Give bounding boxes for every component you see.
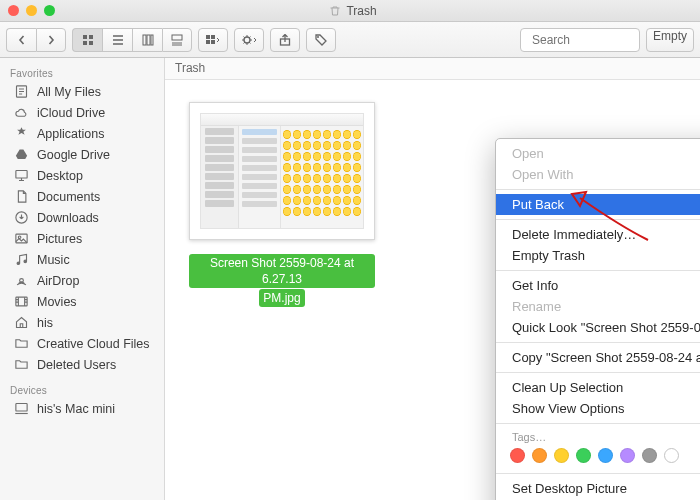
thumbnail-preview bbox=[200, 113, 364, 229]
view-gallery-button[interactable] bbox=[162, 28, 192, 52]
sidebar-item-his[interactable]: his bbox=[0, 312, 164, 333]
ctx-set-desktop[interactable]: Set Desktop Picture bbox=[496, 478, 700, 499]
window-minimize-button[interactable] bbox=[26, 5, 37, 16]
arrange-icon bbox=[206, 35, 220, 45]
ctx-tags-row bbox=[496, 446, 700, 469]
ctx-separator bbox=[496, 473, 700, 474]
action-menu-button[interactable] bbox=[234, 28, 264, 52]
nav-back-button[interactable] bbox=[6, 28, 36, 52]
ctx-separator bbox=[496, 342, 700, 343]
sidebar-item-applications[interactable]: Applications bbox=[0, 123, 164, 144]
view-list-button[interactable] bbox=[102, 28, 132, 52]
svg-rect-17 bbox=[16, 171, 27, 179]
tags-button[interactable] bbox=[306, 28, 336, 52]
sidebar-item-all-my-files[interactable]: All My Files bbox=[0, 81, 164, 102]
tag-color-dot[interactable] bbox=[554, 448, 569, 463]
sidebar-item-label: Deleted Users bbox=[37, 358, 116, 372]
sidebar-item-label: Google Drive bbox=[37, 148, 110, 162]
content-area[interactable]: Trash Screen Shot 2559-08-24 at 6.27.13 … bbox=[165, 58, 700, 500]
desktop-icon bbox=[14, 168, 29, 183]
svg-rect-10 bbox=[206, 40, 210, 44]
folder-icon bbox=[14, 357, 29, 372]
file-name-label[interactable]: Screen Shot 2559-08-24 at 6.27.13 PM.jpg bbox=[189, 254, 375, 307]
svg-rect-1 bbox=[89, 35, 93, 39]
file-thumbnail[interactable] bbox=[189, 102, 375, 240]
sidebar-item-deleted-users[interactable]: Deleted Users bbox=[0, 354, 164, 375]
tag-color-dot[interactable] bbox=[510, 448, 525, 463]
tag-color-dot[interactable] bbox=[576, 448, 591, 463]
tag-color-dot[interactable] bbox=[598, 448, 613, 463]
tag-color-dot[interactable] bbox=[620, 448, 635, 463]
sidebar-item-label: iCloud Drive bbox=[37, 106, 105, 120]
svg-rect-24 bbox=[16, 297, 27, 306]
svg-rect-6 bbox=[151, 35, 153, 45]
share-button[interactable] bbox=[270, 28, 300, 52]
view-columns-button[interactable] bbox=[132, 28, 162, 52]
sidebar-item-his-s-mac-mini[interactable]: his's Mac mini bbox=[0, 398, 164, 419]
svg-rect-0 bbox=[83, 35, 87, 39]
music-icon bbox=[14, 252, 29, 267]
tag-color-dot[interactable] bbox=[532, 448, 547, 463]
sidebar-item-desktop[interactable]: Desktop bbox=[0, 165, 164, 186]
share-icon bbox=[279, 34, 291, 46]
view-icons-button[interactable] bbox=[72, 28, 102, 52]
sidebar-item-documents[interactable]: Documents bbox=[0, 186, 164, 207]
search-field[interactable] bbox=[520, 28, 640, 52]
ctx-separator bbox=[496, 423, 700, 424]
ctx-delete-immediately[interactable]: Delete Immediately… bbox=[496, 224, 700, 245]
ctx-separator bbox=[496, 189, 700, 190]
window-zoom-button[interactable] bbox=[44, 5, 55, 16]
empty-trash-button[interactable]: Empty bbox=[646, 28, 694, 52]
path-bar: Trash bbox=[165, 58, 700, 80]
apps-icon bbox=[14, 126, 29, 141]
sidebar-section-favorites: Favorites bbox=[0, 64, 164, 81]
computer-icon bbox=[14, 401, 29, 416]
svg-rect-3 bbox=[89, 41, 93, 45]
window-title-text: Trash bbox=[346, 4, 376, 18]
sidebar-item-label: Documents bbox=[37, 190, 100, 204]
ctx-separator bbox=[496, 270, 700, 271]
ctx-put-back[interactable]: Put Back bbox=[496, 194, 700, 215]
ctx-empty-trash[interactable]: Empty Trash bbox=[496, 245, 700, 266]
ctx-copy[interactable]: Copy "Screen Shot 2559-08-24 at 6.27.13 … bbox=[496, 347, 700, 368]
gdrive-icon bbox=[14, 147, 29, 162]
sidebar-item-music[interactable]: Music bbox=[0, 249, 164, 270]
sidebar-item-label: Desktop bbox=[37, 169, 83, 183]
file-name-line2: PM.jpg bbox=[259, 289, 304, 307]
sidebar-item-icloud-drive[interactable]: iCloud Drive bbox=[0, 102, 164, 123]
svg-point-22 bbox=[24, 260, 27, 263]
pictures-icon bbox=[14, 231, 29, 246]
gear-icon bbox=[241, 34, 257, 46]
downloads-icon bbox=[14, 210, 29, 225]
sidebar-item-creative-cloud-files[interactable]: Creative Cloud Files bbox=[0, 333, 164, 354]
chevron-left-icon bbox=[17, 35, 27, 45]
sidebar-item-google-drive[interactable]: Google Drive bbox=[0, 144, 164, 165]
airdrop-icon bbox=[14, 273, 29, 288]
coverflow-icon bbox=[171, 34, 183, 46]
window-title: Trash bbox=[62, 4, 644, 18]
sidebar-item-label: AirDrop bbox=[37, 274, 79, 288]
ctx-separator bbox=[496, 372, 700, 373]
svg-rect-7 bbox=[172, 35, 182, 40]
ctx-separator bbox=[496, 219, 700, 220]
tag-color-dot[interactable] bbox=[642, 448, 657, 463]
ctx-get-info[interactable]: Get Info bbox=[496, 275, 700, 296]
sidebar-item-downloads[interactable]: Downloads bbox=[0, 207, 164, 228]
tag-add-button[interactable] bbox=[664, 448, 679, 463]
ctx-view-options[interactable]: Show View Options bbox=[496, 398, 700, 419]
sidebar-item-label: Movies bbox=[37, 295, 77, 309]
sidebar-item-pictures[interactable]: Pictures bbox=[0, 228, 164, 249]
grid-icon bbox=[82, 34, 94, 46]
ctx-quick-look[interactable]: Quick Look "Screen Shot 2559-08-24 at 6.… bbox=[496, 317, 700, 338]
list-icon bbox=[112, 34, 124, 46]
nav-forward-button[interactable] bbox=[36, 28, 66, 52]
sidebar-item-movies[interactable]: Movies bbox=[0, 291, 164, 312]
toolbar: Empty bbox=[0, 22, 700, 58]
ctx-clean-up[interactable]: Clean Up Selection bbox=[496, 377, 700, 398]
columns-icon bbox=[142, 34, 154, 46]
arrange-menu-button[interactable] bbox=[198, 28, 228, 52]
home-icon bbox=[14, 315, 29, 330]
sidebar-item-airdrop[interactable]: AirDrop bbox=[0, 270, 164, 291]
window-close-button[interactable] bbox=[8, 5, 19, 16]
svg-rect-9 bbox=[211, 35, 215, 39]
